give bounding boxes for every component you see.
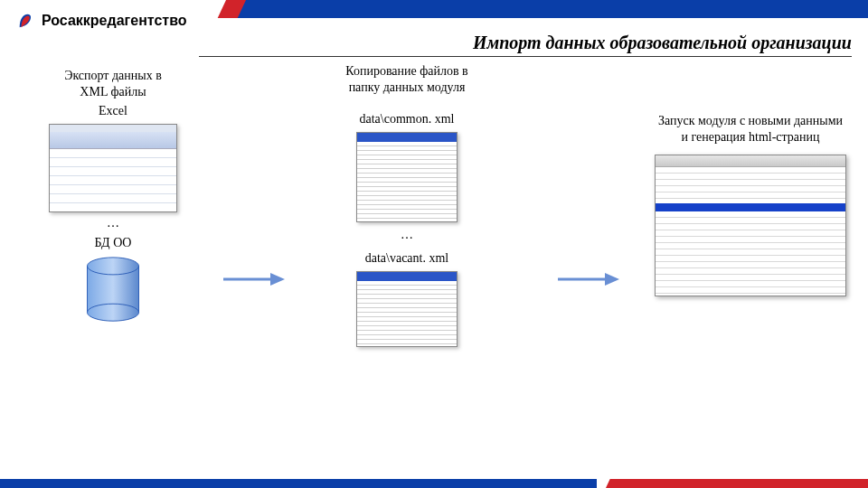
- xml-file-mock-vacant: [356, 271, 458, 347]
- title-underline: [199, 56, 852, 57]
- arrow-icon: [556, 271, 619, 287]
- slide: Росаккредагентство Импорт данных образов…: [0, 0, 868, 488]
- svg-marker-6: [605, 273, 619, 286]
- col3-heading: Запуск модуля с новыми данными и генерац…: [646, 113, 854, 145]
- xml-file-mock-common: [356, 132, 458, 222]
- col2-ellipsis: …: [316, 228, 497, 242]
- column-run-module: Запуск модуля с новыми данными и генерац…: [646, 113, 854, 296]
- col2-file1: data\common. xml: [316, 112, 497, 127]
- col1-heading: Экспорт данных в XML файлы: [36, 68, 190, 100]
- arrow-icon: [222, 271, 285, 287]
- brand-logo: Росаккредагентство: [16, 11, 187, 31]
- svg-point-2: [88, 305, 139, 322]
- app-window-mock: [655, 155, 846, 296]
- header-bar-blue: [226, 0, 868, 18]
- col2-heading: Копирование файлов в папку данных модуля: [316, 63, 497, 96]
- brand-name: Росаккредагентство: [42, 13, 187, 29]
- col1-app-label: Excel: [36, 104, 190, 118]
- col1-db-label: БД ОО: [36, 236, 190, 250]
- svg-marker-4: [270, 273, 285, 286]
- page-title: Импорт данных образовательной организаци…: [473, 33, 852, 53]
- footer-bar: [0, 479, 868, 488]
- excel-window-mock: [49, 124, 177, 212]
- column-export: Экспорт данных в XML файлы Excel … БД ОО: [36, 68, 190, 324]
- column-copy: Копирование файлов в папку данных модуля…: [316, 63, 497, 352]
- col2-file2: data\vacant. xml: [316, 251, 497, 266]
- database-icon: [81, 256, 145, 324]
- col1-ellipsis: …: [36, 216, 190, 230]
- brand-mark-icon: [16, 11, 36, 31]
